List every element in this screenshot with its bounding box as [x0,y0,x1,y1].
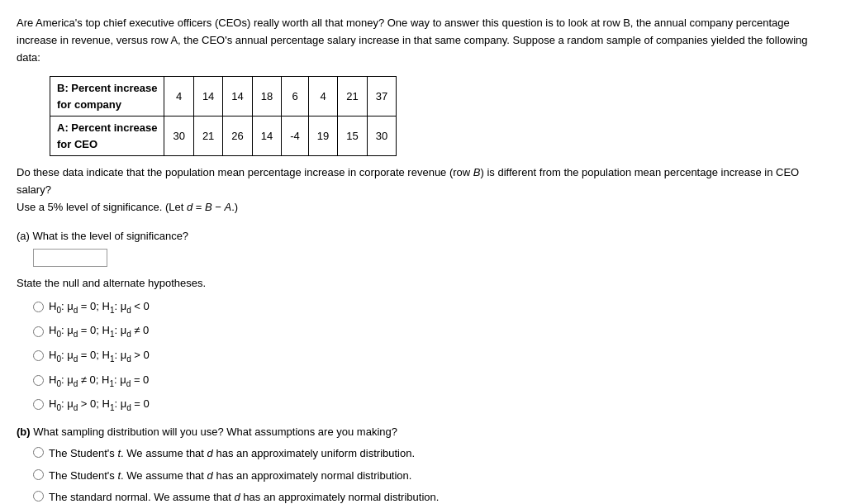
part-b-label: (b) What sampling distribution will you … [17,424,829,440]
row-b-v3: 14 [223,77,252,116]
row-b-v2: 14 [193,77,222,116]
row-b-v8: 37 [367,77,396,116]
row-a-v5: -4 [282,116,309,156]
sampling-option-3: The standard normal. We assume that d ha… [33,489,829,504]
part-a-label: (a) What is the level of significance? [17,228,829,245]
hypothesis-label-2: H0: μd = 0; H1: μd ≠ 0 [49,322,149,340]
hypothesis-radio-1[interactable] [33,302,44,312]
sampling-option-2: The Student's t. We assume that d has an… [33,468,829,484]
hypothesis-label-5: H0: μd > 0; H1: μd = 0 [49,396,150,414]
row-b-v7: 21 [338,77,367,116]
sampling-label-3: The standard normal. We assume that d ha… [49,489,439,504]
sampling-radio-3[interactable] [33,491,44,502]
table-row-a: A: Percent increasefor CEO 30 21 26 14 -… [50,116,397,156]
hypothesis-option-2: H0: μd = 0; H1: μd ≠ 0 [33,322,829,340]
row-b-v1: 4 [164,77,193,116]
sampling-label-1: The Student's t. We assume that d has an… [49,445,415,462]
hypothesis-option-1: H0: μd = 0; H1: μd < 0 [33,298,829,316]
hypothesis-radio-5[interactable] [33,399,44,410]
sampling-radio-1[interactable] [33,447,44,458]
row-a-v4: 14 [252,116,281,156]
question-text: Do these data indicate that the populati… [17,164,829,216]
sampling-label-2: The Student's t. We assume that d has an… [49,468,411,484]
row-a-v8: 30 [367,116,396,156]
hypothesis-option-4: H0: μd ≠ 0; H1: μd = 0 [33,372,829,390]
hypothesis-option-5: H0: μd > 0; H1: μd = 0 [33,396,829,414]
row-a-v1: 30 [164,116,193,156]
data-table: B: Percent increasefor company 4 14 14 1… [50,76,397,156]
row-a-v2: 21 [193,116,222,156]
sampling-option-1: The Student's t. We assume that d has an… [33,445,829,462]
sampling-distribution-options: The Student's t. We assume that d has an… [33,445,829,504]
row-a-label: A: Percent increasefor CEO [50,116,164,156]
row-b-v4: 18 [252,77,281,116]
hypothesis-radio-4[interactable] [33,375,44,386]
hypothesis-label-4: H0: μd ≠ 0; H1: μd = 0 [49,372,149,390]
row-b-v6: 4 [308,77,337,116]
table-row-b: B: Percent increasefor company 4 14 14 1… [50,77,397,116]
sampling-radio-2[interactable] [33,469,44,480]
hypothesis-label-1: H0: μd = 0; H1: μd < 0 [49,298,150,316]
row-a-v3: 26 [223,116,252,156]
hypothesis-radio-3[interactable] [33,350,44,361]
hypothesis-option-3: H0: μd = 0; H1: μd > 0 [33,347,829,365]
state-hypotheses-label: State the null and alternate hypotheses. [17,275,829,292]
row-b-v5: 6 [282,77,309,116]
hypothesis-options: H0: μd = 0; H1: μd < 0 H0: μd = 0; H1: μ… [33,298,829,414]
row-a-v6: 19 [308,116,337,156]
row-b-label: B: Percent increasefor company [50,77,164,116]
significance-level-input[interactable] [33,249,107,267]
intro-paragraph: Are America's top chief executive office… [17,15,829,66]
hypothesis-radio-2[interactable] [33,326,44,337]
row-a-v7: 15 [338,116,367,156]
hypothesis-label-3: H0: μd = 0; H1: μd > 0 [49,347,150,365]
